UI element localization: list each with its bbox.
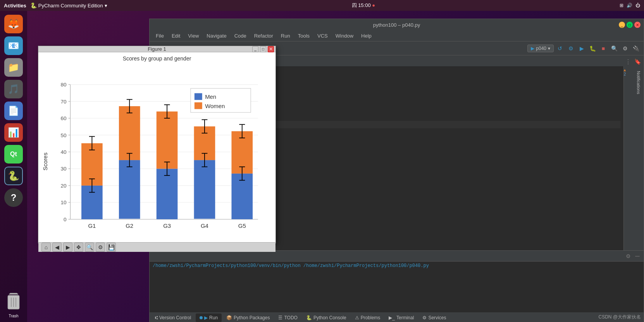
- trash-container[interactable]: Trash: [4, 290, 23, 318]
- figure-maximize-button[interactable]: □: [260, 46, 266, 52]
- svg-text:40: 40: [60, 149, 67, 155]
- dock-music[interactable]: 🎵: [4, 80, 23, 98]
- bottom-tab-run[interactable]: ▶ Run: [196, 313, 222, 322]
- toolbar-search-button[interactable]: 🔍: [610, 44, 619, 53]
- menu-navigate[interactable]: Navigate: [203, 32, 229, 40]
- menu-vcs[interactable]: VCS: [314, 32, 331, 40]
- figure-configure-button[interactable]: ⚙: [96, 243, 105, 252]
- desktop: 🦊 📧 📁 🎵 📄 📊 Qt 🐍 ?: [0, 11, 644, 322]
- window-minimize-button[interactable]: _: [619, 22, 625, 28]
- dock-qt[interactable]: Qt: [4, 145, 23, 164]
- bookmark-button[interactable]: 🔖: [633, 57, 642, 66]
- svg-text:80: 80: [60, 82, 67, 88]
- menu-file[interactable]: File: [153, 32, 167, 40]
- toolbar-run-button[interactable]: ▶: [577, 44, 586, 53]
- terminal-icon: ▶_: [389, 315, 395, 320]
- svg-text:G5: G5: [238, 223, 246, 229]
- dock-writer[interactable]: 📄: [4, 102, 23, 120]
- figure-minimize-button[interactable]: _: [252, 46, 258, 52]
- svg-text:G1: G1: [88, 223, 96, 229]
- pycharm-titlebar: python100 – p040.py _ □ ✕: [150, 19, 644, 31]
- bottom-tab-python-packages-label: Python Packages: [234, 315, 270, 320]
- toolbar-stop-button[interactable]: ■: [599, 44, 608, 53]
- dock-impress[interactable]: 📊: [4, 123, 23, 142]
- clock: 四 15:00 ●: [352, 2, 375, 9]
- dropdown-icon: ▾: [105, 3, 107, 9]
- dock-firefox[interactable]: 🦊: [4, 15, 23, 33]
- toolbar-rerun-button[interactable]: ↺: [555, 44, 565, 53]
- menu-code[interactable]: Code: [231, 32, 250, 40]
- activities-button[interactable]: Activities: [4, 3, 26, 9]
- bottom-tab-version-control[interactable]: ⑆ Version Control: [151, 313, 195, 322]
- bottom-tab-terminal-label: Terminal: [396, 315, 414, 320]
- toolbar-build-button[interactable]: ⚙: [566, 44, 575, 53]
- bottom-tab-run-label: Run: [209, 315, 218, 320]
- figure-back-button[interactable]: ◀: [52, 243, 62, 252]
- bottom-settings-button[interactable]: ⚙: [623, 251, 633, 261]
- window-close-button[interactable]: ✕: [634, 22, 641, 28]
- toolbar-plugin-button[interactable]: 🔌: [631, 44, 641, 53]
- menu-window[interactable]: Window: [332, 32, 356, 40]
- menu-edit[interactable]: Edit: [169, 32, 183, 40]
- menu-refactor[interactable]: Refactor: [251, 32, 276, 40]
- power-icon: ⏻: [635, 3, 640, 8]
- notifications-label[interactable]: Notifications: [635, 68, 642, 97]
- bottom-close-button[interactable]: ─: [633, 251, 642, 261]
- python-console-icon: 🐍: [306, 315, 312, 320]
- bottom-tab-version-control-label: Version Control: [159, 315, 191, 320]
- legend-women-color: [195, 102, 202, 109]
- bottom-panel-toolbar: ⚙ ─: [150, 251, 644, 262]
- version-control-icon: ⑆: [155, 315, 158, 320]
- bottom-tab-todo[interactable]: ☰ TODO: [274, 313, 301, 322]
- figure-window: Figure 1 _ □ ✕ Scores by group and gende…: [38, 46, 276, 243]
- svg-text:30: 30: [60, 166, 67, 172]
- bar-g3-women: [157, 112, 178, 169]
- chart-container: Scores 0 10 20 30: [41, 65, 272, 239]
- bar-g2-women: [119, 106, 140, 160]
- figure-titlebar: Figure 1 _ □ ✕: [38, 46, 276, 52]
- legend-men-label: Men: [205, 94, 216, 100]
- pycharm-window-title: python100 – p040.py: [373, 22, 420, 28]
- trash-label: Trash: [9, 314, 18, 318]
- toolbar-settings-button[interactable]: ⚙: [620, 44, 630, 53]
- run-config-selector[interactable]: ▶ p040 ▾: [527, 45, 554, 52]
- pycharm-icon: 🐍: [30, 2, 37, 9]
- tab-more-button[interactable]: ⋮: [623, 57, 633, 66]
- menu-tools[interactable]: Tools: [295, 32, 313, 40]
- dock-files[interactable]: 📁: [4, 58, 23, 77]
- toolbar-debug-button[interactable]: 🐛: [588, 44, 597, 53]
- legend-men-color: [195, 93, 202, 100]
- bottom-tab-python-packages[interactable]: 📦 Python Packages: [222, 313, 274, 322]
- bottom-tab-services[interactable]: ⚙ Services: [418, 313, 450, 322]
- bottom-tabs: ⑆ Version Control ▶ Run 📦 Python Package…: [150, 312, 644, 322]
- figure-home-button[interactable]: ⌂: [41, 243, 51, 252]
- svg-text:G3: G3: [163, 223, 171, 229]
- figure-content: Scores by group and gender Scores 0 10: [38, 52, 276, 242]
- svg-text:20: 20: [60, 183, 67, 189]
- services-icon: ⚙: [422, 315, 427, 320]
- todo-icon: ☰: [278, 315, 282, 320]
- bottom-tab-python-console[interactable]: 🐍 Python Console: [302, 313, 350, 322]
- menu-run[interactable]: Run: [278, 32, 293, 40]
- figure-close-button[interactable]: ✕: [268, 46, 274, 52]
- window-maximize-button[interactable]: □: [627, 22, 633, 28]
- dock-pycharm[interactable]: 🐍: [4, 167, 23, 185]
- bottom-tab-problems[interactable]: ⚠ Problems: [351, 313, 384, 322]
- figure-pan-button[interactable]: ✥: [74, 243, 83, 252]
- menu-view[interactable]: View: [185, 32, 202, 40]
- figure-save-button[interactable]: 💾: [107, 243, 116, 252]
- svg-text:70: 70: [60, 99, 67, 105]
- bottom-panel: ⚙ ─ /home/zwshi/PycharmProjects/python10…: [150, 250, 644, 312]
- menu-help[interactable]: Help: [358, 32, 375, 40]
- python-packages-icon: 📦: [226, 315, 232, 320]
- figure-zoom-button[interactable]: 🔍: [85, 243, 94, 252]
- bar-g2-men: [119, 160, 140, 219]
- dock-mail[interactable]: 📧: [4, 36, 23, 55]
- svg-text:50: 50: [60, 133, 67, 138]
- dock-help[interactable]: ?: [4, 188, 23, 207]
- bottom-tab-terminal[interactable]: ▶_ Terminal: [385, 313, 418, 322]
- figure-toolbar: ⌂ ◀ ▶ ✥ 🔍 ⚙ 💾: [38, 242, 276, 252]
- chart-title: Scores by group and gender: [123, 55, 191, 62]
- app-name: 🐍 PyCharm Community Edition ▾: [30, 2, 107, 9]
- figure-forward-button[interactable]: ▶: [63, 243, 72, 252]
